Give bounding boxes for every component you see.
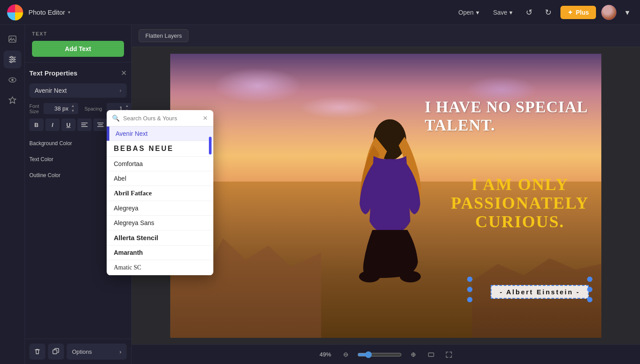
open-label: Open xyxy=(458,9,473,16)
icon-sidebar xyxy=(0,25,25,364)
underline-button[interactable]: U xyxy=(61,119,76,131)
add-text-button[interactable]: Add Text xyxy=(32,41,124,57)
panel-section-label: TEXT xyxy=(25,25,131,41)
font-list-item[interactable]: Abel xyxy=(107,171,213,186)
zoom-out-button[interactable] xyxy=(340,348,352,361)
background-color-label: Background Color xyxy=(29,140,72,146)
font-active-indicator xyxy=(107,127,109,141)
align-center-button[interactable] xyxy=(93,119,108,131)
fit-view-button[interactable] xyxy=(425,348,437,361)
font-name: Alegreya xyxy=(114,205,138,212)
svg-point-22 xyxy=(400,271,421,282)
avatar[interactable] xyxy=(601,5,616,20)
font-selector[interactable]: Avenir Next › xyxy=(29,83,127,98)
font-list: Avenir Next BEBAS NEUE Comfortaa Abel Ab… xyxy=(107,127,213,275)
font-name: Amatic SC xyxy=(114,264,141,271)
avatar-chevron[interactable]: ▾ xyxy=(622,5,633,20)
app-title: Photo Editor xyxy=(28,8,65,16)
font-list-item[interactable]: Alegreya xyxy=(107,201,213,216)
svg-rect-28 xyxy=(428,353,434,356)
delete-button[interactable] xyxy=(29,344,45,360)
font-selector-arrow: › xyxy=(120,87,121,94)
font-list-item[interactable]: Alegreya Sans xyxy=(107,216,213,230)
topbar: Photo Editor ▾ Open ▾ Save ▾ ↺ ↻ ✦ Plus … xyxy=(0,0,640,25)
svg-point-21 xyxy=(359,271,380,282)
avatar-image xyxy=(601,5,616,20)
font-size-input[interactable] xyxy=(46,105,68,112)
font-list-item[interactable]: Allerta Stencil xyxy=(107,230,213,245)
sidebar-item-adjustments[interactable] xyxy=(4,51,21,68)
font-name: Comfortaa xyxy=(114,160,143,167)
font-search-clear[interactable]: ✕ xyxy=(203,115,208,122)
spacing-up[interactable]: ▲ xyxy=(124,104,130,108)
italic-button[interactable]: I xyxy=(45,119,60,131)
zoom-level: 49% xyxy=(316,351,334,358)
svg-point-7 xyxy=(10,61,12,63)
fullscreen-button[interactable] xyxy=(443,348,455,361)
save-label: Save xyxy=(493,9,508,16)
svg-point-6 xyxy=(13,59,15,60)
svg-point-1 xyxy=(10,38,12,39)
font-list-item[interactable]: Comfortaa xyxy=(107,157,213,171)
sidebar-item-eye[interactable] xyxy=(4,71,21,89)
text-color-label: Text Color xyxy=(29,156,53,162)
font-selector-name: Avenir Next xyxy=(35,87,67,94)
plus-button[interactable]: ✦ Plus xyxy=(560,6,596,19)
font-size-stepper: ▲ ▼ xyxy=(70,104,76,113)
spacing-label: Spacing xyxy=(84,106,102,111)
font-list-item[interactable]: BEBAS NEUE xyxy=(107,141,213,157)
font-list-item[interactable]: Amatic SC xyxy=(107,260,213,275)
font-list-item[interactable]: Avenir Next xyxy=(107,127,213,141)
flatten-layers-button[interactable]: Flatten Layers xyxy=(139,29,188,42)
app-logo xyxy=(7,4,23,20)
main-layout: TEXT Add Text Text Properties ✕ Avenir N… xyxy=(0,25,640,364)
duplicate-button[interactable] xyxy=(48,344,64,360)
bold-button[interactable]: B xyxy=(29,119,44,131)
bottom-bar: 49% xyxy=(132,344,640,364)
sidebar-item-star[interactable] xyxy=(4,91,21,109)
save-chevron: ▾ xyxy=(509,9,512,16)
svg-point-9 xyxy=(11,79,13,81)
align-left-button[interactable] xyxy=(77,119,92,131)
options-button[interactable]: Options › xyxy=(67,344,127,360)
open-button[interactable]: Open ▾ xyxy=(454,6,483,19)
font-search-input[interactable] xyxy=(123,115,199,122)
font-size-input-wrap: ▲ ▼ xyxy=(44,103,78,114)
text-properties-title: Text Properties xyxy=(29,69,77,77)
text-properties-header: Text Properties ✕ xyxy=(29,69,127,77)
font-size-label: Font Size xyxy=(29,103,39,114)
font-name: Allerta Stencil xyxy=(114,234,158,241)
font-name: Amaranth xyxy=(114,249,143,256)
canvas-text-curious: I AM ONLYPASSIONATELYCURIOUS. xyxy=(447,174,592,233)
font-size-down[interactable]: ▼ xyxy=(70,109,76,113)
font-name: Abril Fatface xyxy=(114,190,152,197)
text-properties-close[interactable]: ✕ xyxy=(121,69,127,77)
font-name: BEBAS NEUE xyxy=(114,145,174,152)
open-chevron: ▾ xyxy=(476,9,479,16)
save-button[interactable]: Save ▾ xyxy=(489,6,517,19)
zoom-in-button[interactable] xyxy=(407,348,420,361)
svg-rect-19 xyxy=(53,350,57,354)
bottom-actions: Options › xyxy=(25,339,131,364)
canvas-text-einstein[interactable]: - Albert Einstein - xyxy=(491,285,589,299)
font-list-item[interactable]: Abril Fatface xyxy=(107,186,213,201)
app-title-chevron[interactable]: ▾ xyxy=(68,10,70,15)
plus-label: Plus xyxy=(576,9,589,16)
font-search-icon: 🔍 xyxy=(112,115,120,122)
font-list-item[interactable]: Amaranth xyxy=(107,245,213,260)
canvas-toolbar: Flatten Layers xyxy=(132,25,640,47)
options-arrow: › xyxy=(120,348,121,355)
redo-button[interactable]: ↻ xyxy=(541,5,555,20)
canvas-image-container: I HAVE NO SPECIALTALENT. I AM ONLYPASSIO… xyxy=(170,54,601,338)
canvas-text-talent: I HAVE NO SPECIALTALENT. xyxy=(425,98,588,135)
options-label: Options xyxy=(72,348,92,355)
undo-button[interactable]: ↺ xyxy=(522,5,536,20)
svg-point-5 xyxy=(11,56,12,58)
zoom-slider[interactable] xyxy=(357,351,402,358)
font-name: Abel xyxy=(114,175,126,182)
font-search-wrap: 🔍 ✕ xyxy=(107,110,213,127)
font-size-up[interactable]: ▲ xyxy=(70,104,76,108)
outline-color-label: Outline Color xyxy=(29,172,60,178)
sidebar-item-image[interactable] xyxy=(4,30,21,48)
font-name: Alegreya Sans xyxy=(114,219,154,226)
